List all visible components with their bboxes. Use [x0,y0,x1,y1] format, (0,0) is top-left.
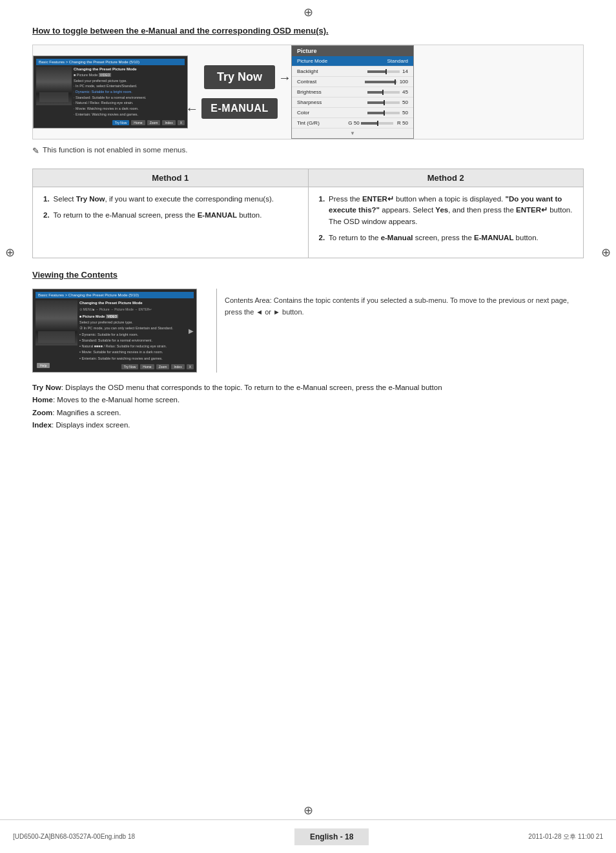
screen-thumb-image [36,67,72,105]
cs-buttons: Try Now Home Zoom Index X [36,364,194,369]
cs-body: Changing the Preset Picture Mode ① MENU■… [36,300,194,362]
osd-row-backlight: Backlight 14 [292,67,413,77]
screen-title-bar: Basic Features > Changing the Preset Pic… [36,59,185,65]
cs-entertain: • Entertain: Suitable for watching movie… [79,356,187,361]
cs-mode-item: ■ Picture Mode VIDEO [79,314,187,320]
cs-help-btn: Help [37,363,50,368]
cs-pc-note: ② In PC mode, you can only select Entert… [79,325,187,331]
screen-item-5: · Movie: Watching movies in a dark room. [74,107,185,112]
cs-right-arrow: ▶ [189,300,194,362]
screen-item-4: · Natural / Relax: Reducing eye strain. [74,101,185,106]
osd-value-brightness: 45 [367,89,408,95]
legend-zoom: Zoom: Magnifies a screen. [32,407,584,420]
osd-value-color: 50 [367,110,408,116]
cs-text-area: Changing the Preset Picture Mode ① MENU■… [79,300,187,362]
osd-scroll-indicator: ▼ [292,128,413,138]
screen-item-6: · Entertain: Watching movies and games. [74,112,185,118]
cs-breadcrumb: ① MENU■ → Picture → Picture Mode → ENTER… [79,307,187,313]
method-1-header: Method 1 [33,169,308,187]
contents-annotation: Contents Area: Contains the topic conten… [216,289,584,373]
cs-heading: Changing the Preset Picture Mode [79,300,187,306]
screen-index-btn: Index [162,120,175,125]
step-2-num: 2. [43,210,50,221]
cs-dynamic: • Dynamic: Suitable for a bright room. [79,332,187,337]
note-area: ✎ This function is not enabled in some m… [32,146,584,156]
legend-try-now: Try Now: Displays the OSD menu that corr… [32,382,584,395]
arrow-area: Try Now E-MANUAL [188,59,291,125]
methods-row: Method 1 1. Select Try Now, if you want … [32,169,584,258]
screen-thumbnail [36,67,72,105]
method-2-header: Method 2 [309,169,584,187]
cs-standard: • Standard: Suitable for a normal enviro… [79,338,187,343]
cs-close-btn: X [187,364,194,369]
method-1-col: Method 1 1. Select Try Now, if you want … [33,169,309,258]
screen-try-now-btn: Try Now [112,120,129,125]
note-text: This function is not enabled in some men… [43,146,187,154]
footer-page-number: English - 18 [294,828,369,845]
method-2-step-2: 2. To return to the e-Manual screen, pre… [319,232,573,243]
legend-index: Index: Displays index screen. [32,419,584,432]
osd-label-tint: Tint (G/R) [297,120,320,126]
step-3-text: Press the ENTER↵ button when a topic is … [329,194,573,227]
step-3-num: 1. [319,194,325,227]
cs-footer: Help Try Now Home Zoom Index X [36,364,194,369]
osd-value-picture-mode: Standard [387,58,408,64]
toggle-section-title: How to toggle between the e-Manual and t… [32,26,584,36]
viewing-contents-title: Viewing the Contents [32,270,584,280]
step-4-text: To return to the e-Manual screen, press … [329,232,573,243]
osd-value-backlight: 14 [367,68,408,74]
cs-index-btn: Index [171,364,184,369]
screen-body: Changing the Preset Picture Mode ■ Pictu… [36,67,185,118]
osd-row-color: Color 50 [292,108,413,118]
osd-menu-title: Picture [292,46,413,56]
osd-label-sharpness: Sharpness [297,99,322,105]
screen-mode-label: ■ Picture Mode VIDEO [74,73,185,78]
method-2-col: Method 2 1. Press the ENTER↵ button when… [309,169,584,258]
footer-date-info: 2011-01-28 오후 11:00 21 [528,832,603,841]
osd-row-contrast: Contrast 100 [292,77,413,87]
cs-title-bar: Basic Features > Changing the Preset Pic… [36,292,194,298]
try-now-demo-button: Try Now [204,65,275,89]
osd-menu-mockup: Picture Picture Mode Standard Backlight … [291,45,414,139]
footer-file-info: [UD6500-ZA]BN68-03527A-00Eng.indb 18 [13,833,135,840]
osd-label-picture-mode: Picture Mode [297,58,327,64]
step-4-num: 2. [319,232,325,243]
osd-label-contrast: Contrast [297,79,316,85]
screen-item-1: · In PC mode, select Entertain/Standard. [74,84,185,89]
top-crosshair: ⊕ [303,5,313,19]
osd-label-brightness: Brightness [297,89,322,95]
cs-movie: • Movie: Suitable for watching movies in… [79,349,187,355]
bottom-crosshair: ⊕ [303,803,313,817]
osd-row-picture-mode: Picture Mode Standard [292,56,413,67]
step-1-num: 1. [43,194,50,205]
osd-value-tint: G 50 R 50 [348,120,408,126]
screen-buttons: Try Now Home Zoom Index X [36,120,185,125]
osd-value-contrast: 100 [365,79,408,85]
screen-desc: Select your preferred picture type. [74,79,185,84]
cs-thumbnail [36,300,77,345]
cs-natural: • Natural ■■■■ / Relax: Suitable for red… [79,344,187,349]
osd-row-brightness: Brightness 45 [292,87,413,98]
left-crosshair: ⊕ [5,245,15,260]
cs-try-now-btn: Try Now [121,364,138,369]
page-footer: [UD6500-ZA]BN68-03527A-00Eng.indb 18 Eng… [0,819,616,853]
toggle-demo-area: Basic Features > Changing the Preset Pic… [32,45,584,139]
osd-value-sharpness: 50 [367,99,408,105]
cs-select-item: Select your preferred picture type. [79,320,187,325]
contents-screen-mockup: Basic Features > Changing the Preset Pic… [32,289,197,373]
screen-close-btn: X [178,120,185,125]
method-2-step-1: 1. Press the ENTER↵ button when a topic … [319,194,573,227]
note-icon: ✎ [32,146,39,156]
osd-row-tint: Tint (G/R) G 50 R 50 [292,118,413,128]
screen-item-2: · Dynamic: Suitable for a bright room. [74,90,185,95]
cs-zoom-btn: Zoom [156,364,170,369]
emanual-screen-mockup: Basic Features > Changing the Preset Pic… [33,56,188,129]
right-crosshair: ⊕ [601,245,611,260]
emanual-demo-button: E-MANUAL [201,98,277,119]
osd-row-sharpness: Sharpness 50 [292,98,413,108]
step-1-text: Select Try Now, if you want to execute t… [54,194,298,205]
legend-home: Home: Moves to the e-Manual home screen. [32,394,584,407]
cs-home-btn: Home [140,364,154,369]
screen-item-3: · Standard: Suitable for a normal enviro… [74,96,185,101]
osd-label-color: Color [297,110,309,116]
